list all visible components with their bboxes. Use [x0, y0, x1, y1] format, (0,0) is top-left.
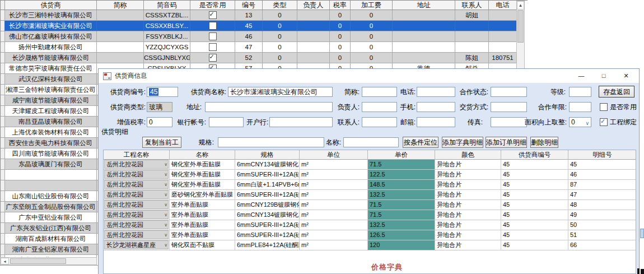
- grid-col-header-price[interactable]: 单价: [368, 150, 435, 160]
- grid-cell-project[interactable]: 岳州北控花园∨: [104, 190, 170, 200]
- grid-cell-unit[interactable]: m²: [300, 230, 368, 240]
- checked-checkbox-icon[interactable]: [600, 118, 608, 126]
- close-icon[interactable]: ✕: [617, 69, 636, 82]
- maximize-icon[interactable]: □: [594, 69, 613, 82]
- grid-cell-detail_no[interactable]: 45: [568, 160, 636, 170]
- supplier_name-input[interactable]: 长沙市潇湘玻璃实业有限公司: [228, 87, 333, 97]
- grid-cell-detail_no[interactable]: 46: [568, 170, 636, 180]
- project-combobox[interactable]: 岳州北控花园∨: [104, 180, 169, 189]
- grid-row[interactable]: 岳州北控花园∨室外单面贴膜6mmSUPER-III+12A(硅...m²132.…: [104, 220, 636, 230]
- grid-cell-project[interactable]: 岳州北控花园∨: [104, 230, 170, 240]
- grid-cell-price[interactable]: 132.5: [368, 220, 435, 230]
- grid-row[interactable]: 岳州北控花园∨钢化室外单面贴膜6mm白玻+1.14PVB+6mm...m²148…: [104, 180, 636, 190]
- grid-row[interactable]: 岳州北控花园∨室外单面贴膜6mmSUPER-III+12A(硅...m²126.…: [104, 230, 636, 240]
- col-header-addr[interactable]: 地址: [393, 1, 455, 10]
- grid-cell-project[interactable]: 岳州北控花园∨: [104, 220, 170, 230]
- grid-cell-price[interactable]: 71.5: [368, 200, 435, 210]
- add-order-detail-button[interactable]: 添加订单明细: [486, 137, 527, 148]
- grid-row[interactable]: 岳州北控花园∨室外单面贴膜6mmCNY134镀膜钢化m²71.5异地合片4549: [104, 210, 636, 220]
- unchecked-checkbox-icon[interactable]: [209, 22, 217, 30]
- grid-cell-supplier_no[interactable]: 45: [501, 230, 568, 240]
- project-combobox[interactable]: 岳州北控花园∨: [104, 220, 169, 229]
- grid-cell-price[interactable]: 132.5: [368, 190, 435, 200]
- grid-cell-spec[interactable]: 6mmSUPER-III+12A(硅...: [235, 170, 300, 180]
- grid-col-header-project[interactable]: 工程名称: [104, 150, 170, 160]
- locate-by-condition-button[interactable]: 按条件定位: [403, 137, 438, 148]
- grid-cell-detail_no[interactable]: 87: [568, 180, 636, 190]
- grid-cell-supplier_no[interactable]: 45: [501, 170, 568, 180]
- scroll-up-icon[interactable]: ▲: [517, 1, 524, 10]
- vscroll-thumb[interactable]: [517, 10, 524, 43]
- table-row[interactable]: 长沙晟格节能玻璃有限公司CSSGJNBLYXGS52000陈姐180751: [1, 53, 528, 63]
- name-filter-input[interactable]: [343, 137, 399, 147]
- supplier-table-hscrollbar[interactable]: ◂: [0, 257, 97, 265]
- grid-cell-unit[interactable]: m²: [300, 240, 368, 250]
- table-row[interactable]: 长沙市三湘特种玻璃有限公司CSSSXTZBL...13000胡姐: [1, 10, 528, 21]
- grid-cell-spec[interactable]: 6mmCNY134镀膜钢化: [235, 160, 300, 170]
- grid-cell-spec[interactable]: 6mm白玻+1.14PVB+6mm...: [235, 180, 300, 190]
- delete-detail-button[interactable]: 删除明细: [530, 137, 558, 148]
- col-header-fee[interactable]: 加工费: [351, 1, 393, 10]
- grid-cell-project[interactable]: 岳州北控花园∨: [104, 170, 170, 180]
- col-header-type[interactable]: 类型: [263, 1, 297, 10]
- grid-row[interactable]: 岳州北控花园∨磨砂钢化室外单面贴膜6mmSUPER-III+12A(硅...m²…: [104, 190, 636, 200]
- grid-cell-name[interactable]: 钢化室外单面贴膜: [170, 180, 235, 190]
- grade-input[interactable]: [569, 87, 591, 97]
- grid-col-header-spec[interactable]: 规格: [235, 150, 300, 160]
- grid-cell-unit[interactable]: m²: [300, 210, 368, 220]
- grid-cell-color[interactable]: 异地合片: [435, 180, 501, 190]
- grid-col-header-name[interactable]: 名称: [170, 150, 235, 160]
- save-return-button[interactable]: 存盘返回: [599, 86, 634, 97]
- unchecked-checkbox-icon[interactable]: [209, 32, 217, 40]
- project_bind-checkbox[interactable]: 工程绑定: [600, 117, 637, 127]
- grid-col-header-detail_no[interactable]: 明细号: [568, 150, 636, 160]
- email-input[interactable]: [417, 117, 455, 127]
- col-header-common[interactable]: 是否常用: [190, 1, 235, 10]
- grid-cell-spec[interactable]: 6mmSUPER-III+12A(硅...: [235, 230, 300, 240]
- grid-cell-price[interactable]: 71.5: [368, 160, 435, 170]
- grid-cell-unit[interactable]: m²: [300, 160, 368, 170]
- grid-col-header-supplier_no[interactable]: 供货商编号: [501, 150, 568, 160]
- grid-cell-project[interactable]: 岳州北控花园∨: [104, 200, 170, 210]
- dialog-titlebar[interactable]: 供货商信息 — □ ✕: [99, 69, 639, 83]
- grid-cell-spec[interactable]: 6mmSUPER-III+12A(硅...: [235, 190, 300, 200]
- grid-cell-name[interactable]: 室外单面贴膜: [170, 210, 235, 220]
- grid-row[interactable]: 岳州北控花园∨钢化室外单面贴膜6mmSUPER-III+12A(硅...m²12…: [104, 170, 636, 180]
- col-header-code[interactable]: 简音码: [144, 1, 190, 10]
- grid-cell-price[interactable]: 120: [368, 240, 435, 250]
- grid-cell-supplier_no[interactable]: 45: [501, 190, 568, 200]
- grid-cell-name[interactable]: 钢化双面不贴膜: [170, 240, 235, 250]
- chevron-down-icon[interactable]: ∨: [164, 242, 167, 249]
- grid-cell-price[interactable]: 148.5: [368, 180, 435, 190]
- coop_years-input[interactable]: [569, 102, 591, 112]
- table-row[interactable]: 长沙市潇湘玻璃实业有限公司CSSXXBLSY...45000: [1, 21, 528, 31]
- grid-cell-detail_no[interactable]: 66: [568, 240, 636, 250]
- behind-scroll-thumb[interactable]: [640, 229, 644, 238]
- grid-cell-supplier_no[interactable]: 45: [501, 200, 568, 210]
- col-header-leader[interactable]: 负责人: [297, 1, 330, 10]
- grid-row[interactable]: 岳州北控花园∨钢化室外单面贴膜6mmCNY134镀膜钢化m²71.5异地合片45…: [104, 160, 636, 170]
- grid-cell-color[interactable]: 异地合片: [435, 190, 501, 200]
- add-dictionary-detail-button[interactable]: 添加字典明细: [442, 137, 483, 148]
- grid-cell-detail_no[interactable]: 50: [568, 220, 636, 230]
- grid-cell-detail_no[interactable]: 49: [568, 210, 636, 220]
- project-combobox[interactable]: 长沙龙湖祺鑫星座∨: [104, 240, 169, 249]
- contact-input[interactable]: [362, 117, 397, 127]
- project-combobox[interactable]: 岳州北控花园∨: [104, 190, 169, 199]
- col-header-no[interactable]: 编号: [235, 1, 263, 10]
- unchecked-checkbox-icon[interactable]: [600, 103, 608, 111]
- chevron-down-icon[interactable]: ∨: [164, 231, 167, 239]
- grid-cell-unit[interactable]: m²: [300, 200, 368, 210]
- table-row[interactable]: 佛山市亿鑫玻璃科技有限公司FSSYXBLKJ...46000: [1, 31, 528, 42]
- grid-cell-supplier_no[interactable]: 45: [501, 220, 568, 230]
- grid-cell-color[interactable]: 异地合片: [435, 240, 501, 250]
- grid-cell-spec[interactable]: 6mmCNY129B镀膜钢化: [235, 200, 300, 210]
- scroll-left-icon[interactable]: ◂: [1, 258, 9, 264]
- hscroll-thumb[interactable]: [10, 258, 66, 264]
- grid-col-header-color[interactable]: 颜色: [435, 150, 501, 160]
- grid-cell-price[interactable]: 126.5: [368, 230, 435, 240]
- grid-cell-price[interactable]: 122.5: [368, 170, 435, 180]
- chevron-down-icon[interactable]: ∨: [164, 171, 167, 179]
- unchecked-checkbox-icon[interactable]: [209, 43, 217, 51]
- project-combobox[interactable]: 岳州北控花园∨: [104, 160, 169, 169]
